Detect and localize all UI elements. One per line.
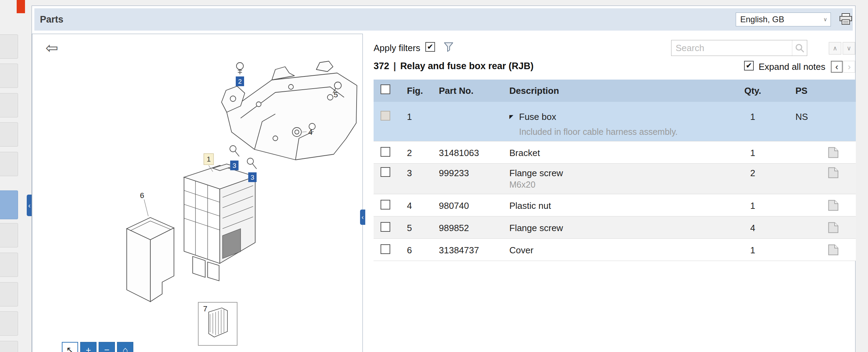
fig-value: 3 [399,164,431,194]
description-value: ◤Fuse box [509,111,730,124]
description-note: Included in floor cable harness assembly… [519,126,730,137]
section-heading: 372|Relay and fuse box rear (RJB) [374,61,534,72]
result-previous-button[interactable]: ∧ [829,42,841,55]
row-checkbox [381,111,390,121]
description-value: Flange screw [501,216,730,238]
callout-3a[interactable]: 3 [230,161,239,170]
row-checkbox[interactable] [381,200,390,210]
check-icon: ✔ [746,61,752,70]
section-title: Relay and fuse box rear (RJB) [400,61,534,71]
filter-icon[interactable] [443,41,454,54]
fig-value: 6 [399,239,431,261]
expand-all-notes-checkbox[interactable]: ✔ [744,61,754,71]
nav-thumbnail[interactable] [0,311,18,336]
nav-thumbnail[interactable] [0,341,18,352]
table-row[interactable]: 5 989852 Flange screw 4 [374,216,856,239]
screw-2-drawing [236,63,243,74]
header-ps: PS [775,85,856,97]
header-qty: Qty. [730,85,775,97]
apply-filters-checkbox[interactable]: ✔ [425,42,435,52]
search-button[interactable] [792,40,807,56]
fuse-box-drawing [184,164,255,281]
select-all-checkbox[interactable] [381,84,390,94]
fit-view-button[interactable]: ⌂ [117,342,133,352]
note-icon[interactable] [828,222,838,236]
nav-thumbnail[interactable] [0,223,18,247]
diagram-panel: 1 2 3 3 4 5 [32,34,363,352]
zoom-in-button[interactable]: + [80,342,97,352]
description-value: Plastic nut [501,194,730,216]
qty-value: 1 [730,239,775,261]
nav-thumbnail[interactable] [0,34,18,59]
callout-2[interactable]: 2 [236,76,244,86]
nav-thumbnail[interactable] [0,253,18,277]
callout-7[interactable]: 7 [203,304,207,313]
expand-all-notes-label: Expand all notes [759,62,825,72]
table-row[interactable]: 4 980740 Plastic nut 1 [374,194,856,216]
nav-thumbnail[interactable] [0,93,18,117]
page-title: Parts [40,14,64,25]
row-checkbox[interactable] [381,147,390,157]
nav-thumbnail[interactable] [0,152,18,176]
search-box [671,40,807,56]
row-checkbox[interactable] [381,222,390,232]
table-row[interactable]: 1 ◤Fuse box Included in floor cable harn… [374,102,856,141]
note-icon[interactable] [828,167,838,181]
nav-thumbnail[interactable] [0,282,18,306]
note-icon[interactable] [828,244,838,258]
header-fig: Fig. [399,85,431,97]
nav-thumbnail-active[interactable] [0,190,18,219]
table-row[interactable]: 2 31481063 Bracket 1 [374,141,856,164]
chevron-left-icon: ‹ [28,202,31,210]
row-checkbox[interactable] [381,244,390,254]
panel-collapse-handle[interactable]: ‹ [360,210,365,225]
nav-thumbnail[interactable] [0,64,18,88]
svg-text:6: 6 [140,191,144,200]
svg-text:4: 4 [308,128,312,137]
plastic-nut-drawing [292,128,301,137]
ps-value: NS [775,102,856,141]
callout-1[interactable]: 1 [204,154,214,165]
callout-4[interactable]: 4 [308,128,312,137]
parts-window: Parts English, GB ∨ [32,6,856,352]
language-select[interactable]: English, GB ∨ [736,13,831,26]
part-no-value: 31384737 [431,239,501,261]
screw-3a-drawing [230,146,239,156]
part-no-value [431,102,501,141]
nav-thumbnail[interactable] [0,122,18,147]
page-next-button[interactable]: › [843,61,855,73]
note-icon[interactable] [828,147,838,161]
back-button[interactable]: ⇦ [45,40,58,56]
svg-text:2: 2 [238,78,242,85]
chevron-down-icon: ∨ [820,16,831,23]
zoom-out-button[interactable]: − [99,342,115,352]
note-collapse-icon[interactable]: ◤ [509,111,516,123]
qty-value: 1 [730,102,775,141]
svg-text:3: 3 [233,162,236,169]
description-detail: M6x20 [509,179,730,190]
svg-text:3: 3 [251,174,254,181]
callout-3b[interactable]: 3 [248,172,257,182]
parts-diagram[interactable]: 1 2 3 3 4 5 [32,34,362,352]
section-number: 372 [374,61,389,71]
chevron-right-icon: › [848,62,851,72]
callout-5[interactable]: 5 [334,90,338,99]
table-row[interactable]: 3 999233 Flange screw M6x20 2 [374,164,856,194]
search-input[interactable] [671,40,792,56]
row-checkbox[interactable] [381,167,390,177]
cover-drawing [127,218,174,302]
titlebar: Parts English, GB ∨ [34,8,853,31]
bracket-drawing [222,61,357,160]
note-icon[interactable] [828,200,838,214]
part-no-value: 980740 [431,194,501,216]
print-button[interactable] [838,12,854,27]
sidebar-collapse-tab[interactable]: ‹ [27,195,32,216]
pointer-tool-button[interactable]: ↖ [62,342,78,352]
fig-value: 1 [399,102,431,141]
page-previous-button[interactable]: ‹ [831,61,843,73]
table-row[interactable]: 6 31384737 Cover 1 [374,239,856,261]
result-next-button[interactable]: ∨ [843,42,855,55]
table-header-row: Fig. Part No. Description Qty. PS [374,80,856,102]
parts-catalog-page: ‹ Parts English, GB ∨ [0,0,868,352]
callout-6[interactable]: 6 [140,191,144,200]
